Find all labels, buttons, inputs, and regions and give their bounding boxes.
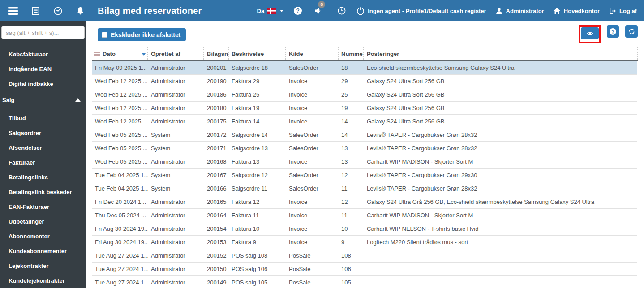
cell-posteringer: Logitech M220 Silent trådløs mus - sort — [364, 235, 637, 249]
question-icon: ? — [610, 28, 616, 35]
sidebar-item-abonnementer[interactable]: Abonnementer — [0, 229, 86, 244]
cell-oprettet-af: Administrator — [148, 61, 204, 74]
column-header-beskrivelse[interactable]: Beskrivelse — [228, 47, 286, 61]
table-row[interactable]: Thu Dec 05 2024 ...Administrator200164Fa… — [92, 208, 637, 222]
table-row[interactable]: Wed Feb 12 2025 ...Administrator200180Fa… — [92, 101, 637, 114]
columns-grid-icon[interactable] — [94, 52, 100, 56]
sound-icon[interactable]: 0 — [312, 5, 324, 17]
cell-bilagsnr: 200149 — [204, 275, 228, 288]
visibility-button[interactable] — [581, 27, 599, 39]
sidebar-item-salgsordrer[interactable]: Salgsordrer — [0, 126, 86, 140]
table-row[interactable]: Fri Aug 30 2024 19...Administrator200153… — [92, 235, 637, 249]
help-button[interactable]: ? — [607, 25, 619, 38]
table-row[interactable]: Tue Aug 27 2024 1...Administrator200152P… — [92, 249, 637, 262]
cell-beskrivelse: POS salg 105 — [228, 275, 286, 288]
cell-oprettet-af: System — [148, 182, 204, 195]
cell-posteringer: Carhartt WIP MADISON - Skjorter Sort M — [364, 208, 637, 222]
refresh-button[interactable] — [625, 25, 638, 38]
journal-icon[interactable] — [30, 5, 41, 17]
menu-icon[interactable] — [7, 5, 19, 17]
language-label: Da — [257, 8, 265, 14]
table-row[interactable]: Tue Feb 04 2025 1...System200167Salgsord… — [92, 168, 637, 182]
cell-bilagsnr: 200180 — [204, 101, 228, 114]
table-row[interactable]: Fri May 09 2025 1...Administrator200201S… — [92, 61, 637, 74]
agent-status[interactable]: Ingen agent - Profile1/Default cash regi… — [356, 6, 486, 15]
column-header-dato[interactable]: Dato — [92, 47, 148, 61]
history-clock-icon[interactable] — [336, 5, 348, 17]
sidebar-item-udbetalinger[interactable]: Udbetalinger — [0, 214, 86, 229]
cell-dato: Wed Feb 05 2025 ... — [92, 155, 148, 168]
sidebar-item-betalingslinks[interactable]: Betalingslinks — [0, 170, 86, 185]
search-input[interactable] — [1, 26, 85, 39]
cell-posteringer: Galaxy S24 Ultra Sort 256 GB — [364, 101, 637, 114]
sidebar-section-salg[interactable]: Salg — [0, 93, 86, 106]
sidebar-item-betalingslink-beskeder[interactable]: Betalingslink beskeder — [0, 185, 86, 199]
cell-posteringer: Galaxy S24 Ultra Grå 256 GB, Eco-shield … — [364, 195, 637, 208]
table-row[interactable]: Tue Aug 27 2024 1...Administrator200149P… — [92, 275, 637, 288]
cell-posteringer: Carhartt WIP MADISON - Skjorter Sort M — [364, 155, 637, 168]
sidebar-item-kundelejekontrakter[interactable]: Kundelejekontrakter — [0, 273, 86, 288]
cell-posteringer — [364, 275, 637, 288]
exclude-unfinished-button[interactable]: Ekskluder ikke afsluttet — [98, 28, 186, 41]
exclude-checkbox[interactable] — [102, 32, 107, 38]
cell-dato: Wed Feb 12 2025 ... — [92, 74, 148, 88]
table-row[interactable]: Wed Feb 05 2025 ...System200171Salgsordr… — [92, 141, 637, 155]
sidebar-item-kobsfakturaer[interactable]: Købsfakturaer — [0, 47, 86, 62]
cell-oprettet-af: System — [148, 128, 204, 141]
table-row[interactable]: Fri Aug 30 2024 19...Administrator200154… — [92, 222, 637, 235]
sidebar-item-kundeabonnementer[interactable]: Kundeabonnementer — [0, 244, 86, 258]
sidebar-item-ean-fakturaer[interactable]: EAN-Fakturaer — [0, 199, 86, 214]
sidebar-item-fakturaer[interactable]: Fakturaer — [0, 155, 86, 170]
sidebar-divider — [2, 108, 85, 108]
column-header-bilagsnr[interactable]: Bilagsnr — [204, 47, 228, 61]
sidebar-item-indgaende-ean[interactable]: Indgående EAN — [0, 62, 86, 76]
column-header-nummer[interactable]: Nummer — [338, 47, 364, 61]
cell-oprettet-af: System — [148, 168, 204, 182]
cell-nummer: 105 — [338, 275, 364, 288]
user-icon — [495, 7, 503, 15]
chevron-down-icon — [280, 10, 283, 12]
cell-nummer: 19 — [338, 101, 364, 114]
cell-oprettet-af: Administrator — [148, 208, 204, 222]
cell-bilagsnr: 200175 — [204, 114, 228, 128]
sidebar-item-afsendelser[interactable]: Afsendelser — [0, 140, 86, 155]
logout-button[interactable]: Log af — [608, 7, 637, 15]
office-menu[interactable]: Hovedkontor — [553, 7, 600, 15]
user-menu[interactable]: Administrator — [495, 7, 544, 15]
sidebar-item-tilbud[interactable]: Tilbud — [0, 111, 86, 126]
cell-posteringer: Galaxy S24 Ultra Sort 256 GB — [364, 74, 637, 88]
sidebar-item-lejekontrakter[interactable]: Lejekontrakter — [0, 258, 86, 273]
language-selector[interactable]: Da — [257, 8, 284, 14]
cell-beskrivelse: Faktura 29 — [228, 74, 286, 88]
documents-table-body: Fri May 09 2025 1...Administrator200201S… — [92, 61, 637, 288]
table-row[interactable]: Wed Feb 12 2025 ...Administrator200186Fa… — [92, 88, 637, 101]
table-row[interactable]: Fri Dec 20 2024 1...Administrator200165F… — [92, 195, 637, 208]
cell-nummer: 14 — [338, 114, 364, 128]
help-icon[interactable]: ? — [292, 5, 304, 17]
dashboard-gauge-icon[interactable] — [52, 5, 64, 17]
cell-oprettet-af: Administrator — [148, 262, 204, 275]
table-row[interactable]: Tue Aug 27 2024 1...Administrator200150P… — [92, 262, 637, 275]
table-row[interactable]: Wed Feb 12 2025 ...Administrator200175Fa… — [92, 114, 637, 128]
table-row[interactable]: Wed Feb 12 2025 ...Administrator200190Fa… — [92, 74, 637, 88]
cell-oprettet-af: System — [148, 141, 204, 155]
cell-bilagsnr: 200164 — [204, 208, 228, 222]
cell-kilde: Invoice — [286, 74, 338, 88]
cell-beskrivelse: Salgsordre 13 — [228, 141, 286, 155]
cell-beskrivelse: Faktura 14 — [228, 114, 286, 128]
table-row[interactable]: Wed Feb 05 2025 ...Administrator200168Fa… — [92, 155, 637, 168]
table-row[interactable]: Tue Feb 04 2025 1...System200166Salgsord… — [92, 182, 637, 195]
sort-desc-icon — [142, 53, 146, 56]
cell-dato: Fri May 09 2025 1... — [92, 61, 148, 74]
notifications-bell-icon[interactable] — [74, 5, 86, 17]
column-header-posteringer[interactable]: Posteringer — [364, 47, 637, 61]
cell-kilde: PosSale — [286, 262, 338, 275]
column-header-kilde[interactable]: Kilde — [286, 47, 338, 61]
cell-bilagsnr: 200186 — [204, 88, 228, 101]
sidebar-item-digital-indbakke[interactable]: Digital indbakke — [0, 76, 86, 91]
cell-posteringer: Carhartt WIP NELSON - T-shirts basic Hvi… — [364, 222, 637, 235]
cell-beskrivelse: Salgsordre 12 — [228, 168, 286, 182]
cell-bilagsnr: 200190 — [204, 74, 228, 88]
column-header-oprettet-af[interactable]: Oprettet af — [148, 47, 204, 61]
table-row[interactable]: Wed Feb 05 2025 ...System200172Salgsordr… — [92, 128, 637, 141]
